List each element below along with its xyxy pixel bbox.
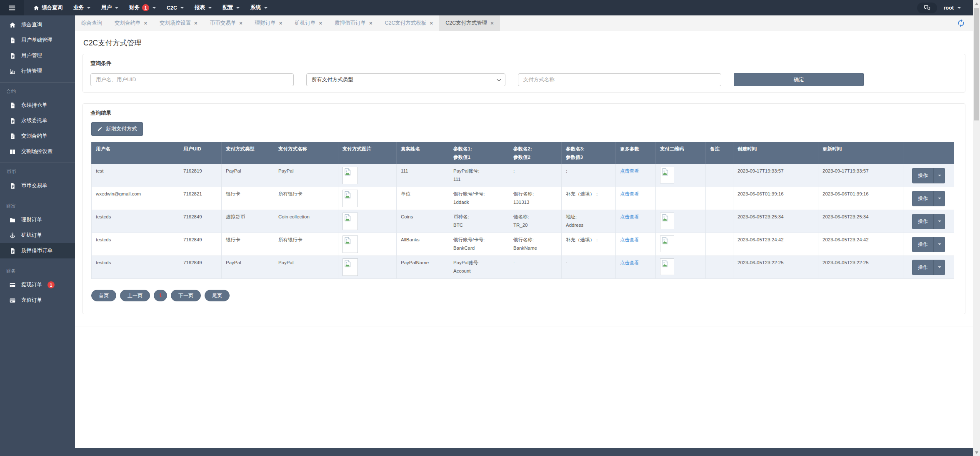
close-icon[interactable]: × xyxy=(194,20,198,26)
submit-button[interactable]: 确定 xyxy=(734,73,864,86)
view-more-link[interactable]: 点击查看 xyxy=(620,260,639,265)
param-line: 币种名: xyxy=(453,213,505,221)
search-form: 所有支付方式类型 确定 xyxy=(90,73,958,86)
nav-item-c2c[interactable]: C2C xyxy=(161,0,189,15)
tab-C2C支付方式模板[interactable]: C2C支付方式模板× xyxy=(379,15,440,31)
tab-矿机订单[interactable]: 矿机订单× xyxy=(288,15,328,31)
view-more-link[interactable]: 点击查看 xyxy=(620,214,639,219)
payment-image-placeholder xyxy=(342,213,358,230)
sidebar-item-提现订单[interactable]: 提现订单1 xyxy=(0,277,75,293)
scrollbar[interactable] xyxy=(973,0,980,456)
sidebar-item-币币交易单[interactable]: 币币交易单 xyxy=(0,178,75,193)
sidebar-item-充值订单[interactable]: 充值订单 xyxy=(0,293,75,308)
sidebar-item-用户基础管理[interactable]: 用户基础管理 xyxy=(0,33,75,48)
action-button-label: 操作 xyxy=(912,191,933,206)
nav-item-overview[interactable]: 综合查询 xyxy=(28,0,68,15)
action-dropdown-toggle[interactable] xyxy=(933,168,945,183)
view-more-link[interactable]: 点击查看 xyxy=(620,237,639,242)
tab-label: 币币交易单 xyxy=(210,20,236,27)
param-line: TR_20 xyxy=(513,221,557,229)
nav-item-business[interactable]: 业务 xyxy=(68,0,96,15)
nav-item-user[interactable]: 用户 xyxy=(96,0,124,15)
tab-C2C支付方式管理[interactable]: C2C支付方式管理× xyxy=(439,15,500,31)
view-more-link[interactable]: 点击查看 xyxy=(620,191,639,196)
scroll-up-arrow-icon[interactable] xyxy=(973,0,980,7)
param-line: 131313 xyxy=(513,198,557,206)
scrollbar-thumb[interactable] xyxy=(974,8,979,120)
payment-type-select-value: 所有支付方式类型 xyxy=(312,76,353,83)
tab-交割合约单[interactable]: 交割合约单× xyxy=(108,15,153,31)
action-button[interactable]: 操作 xyxy=(912,237,945,252)
close-icon[interactable]: × xyxy=(279,20,282,26)
close-icon[interactable]: × xyxy=(144,20,148,26)
sidebar-item-质押借币订单[interactable]: 质押借币订单 xyxy=(0,243,75,258)
sidebar-item-矿机订单[interactable]: 矿机订单 xyxy=(0,228,75,243)
file-icon xyxy=(9,118,16,124)
action-dropdown-toggle[interactable] xyxy=(933,191,945,206)
close-icon[interactable]: × xyxy=(239,20,242,26)
close-icon[interactable]: × xyxy=(430,20,433,26)
param-line: : xyxy=(513,167,557,175)
pagination-next-button[interactable]: 下一页 xyxy=(171,290,201,301)
refresh-button[interactable] xyxy=(957,19,965,28)
action-button[interactable]: 操作 xyxy=(912,191,945,206)
user-menu[interactable]: root xyxy=(944,5,961,11)
close-icon[interactable]: × xyxy=(369,20,372,26)
sidebar-item-用户管理[interactable]: 用户管理 xyxy=(0,48,75,63)
pencil-icon xyxy=(97,126,102,132)
tab-币币交易单[interactable]: 币币交易单× xyxy=(204,15,249,31)
cell-payment-image xyxy=(338,233,397,256)
sidebar-group: 币币币币交易单 xyxy=(0,163,75,197)
chevron-down-icon xyxy=(938,243,941,245)
sidebar-item-综合查询[interactable]: 综合查询 xyxy=(0,17,75,33)
action-dropdown-toggle[interactable] xyxy=(933,260,945,275)
action-button-label: 操作 xyxy=(912,260,933,275)
pagination-first-button[interactable]: 首页 xyxy=(91,290,116,301)
sidebar-item-交割合约单[interactable]: 交割合约单 xyxy=(0,128,75,144)
chat-button[interactable] xyxy=(917,3,937,13)
close-icon[interactable]: × xyxy=(490,20,494,26)
action-button[interactable]: 操作 xyxy=(912,214,945,229)
sidebar-item-交割场控设置[interactable]: 交割场控设置 xyxy=(0,144,75,159)
payment-image-placeholder xyxy=(342,258,358,276)
sidebar-item-理财订单[interactable]: 理财订单 xyxy=(0,212,75,228)
file-icon xyxy=(9,248,16,254)
nav-item-label: 配置 xyxy=(222,4,233,11)
pagination-last-button[interactable]: 尾页 xyxy=(205,290,230,301)
nav-item-config[interactable]: 配置 xyxy=(217,0,245,15)
action-button[interactable]: 操作 xyxy=(912,260,945,275)
param-line: BankName xyxy=(513,244,557,252)
nav-item-finance[interactable]: 财务1 xyxy=(124,0,161,15)
action-dropdown-toggle[interactable] xyxy=(933,214,945,229)
broken-image-icon xyxy=(661,214,669,222)
pagination-current-page[interactable]: 1 xyxy=(154,290,167,301)
broken-image-icon xyxy=(344,191,352,199)
broken-image-icon xyxy=(344,260,352,268)
view-more-link[interactable]: 点击查看 xyxy=(620,168,639,173)
sidebar-item-label: 用户管理 xyxy=(21,52,42,59)
tab-质押借币订单[interactable]: 质押借币订单× xyxy=(328,15,379,31)
table-header-cell: 用户UID xyxy=(179,142,222,164)
nav-item-report[interactable]: 报表 xyxy=(189,0,217,15)
payment-type-select[interactable]: 所有支付方式类型 xyxy=(306,73,505,86)
add-payment-button[interactable]: 新增支付方式 xyxy=(91,122,143,136)
sidebar-item-label: 用户基础管理 xyxy=(21,37,52,44)
scroll-down-arrow-icon[interactable] xyxy=(973,449,980,456)
payment-name-input[interactable] xyxy=(518,73,721,86)
keyword-input[interactable] xyxy=(90,73,294,86)
tab-理财订单[interactable]: 理财订单× xyxy=(249,15,289,31)
pagination-prev-button[interactable]: 上一页 xyxy=(120,290,150,301)
table-header-line: 参数名1: xyxy=(453,145,505,153)
close-icon[interactable]: × xyxy=(319,20,322,26)
action-dropdown-toggle[interactable] xyxy=(933,237,945,252)
tab-综合查询[interactable]: 综合查询 xyxy=(75,15,108,31)
sidebar-item-永续持仓单[interactable]: 永续持仓单 xyxy=(0,98,75,113)
sidebar-item-label: 币币交易单 xyxy=(21,182,48,189)
action-button[interactable]: 操作 xyxy=(912,168,945,183)
tab-交割场控设置[interactable]: 交割场控设置× xyxy=(153,15,204,31)
menu-toggle-button[interactable] xyxy=(0,0,24,15)
sidebar-item-永续委托单[interactable]: 永续委托单 xyxy=(0,113,75,128)
chevron-down-icon xyxy=(938,175,941,176)
nav-item-system[interactable]: 系统 xyxy=(245,0,273,15)
sidebar-item-行情管理[interactable]: 行情管理 xyxy=(0,63,75,79)
